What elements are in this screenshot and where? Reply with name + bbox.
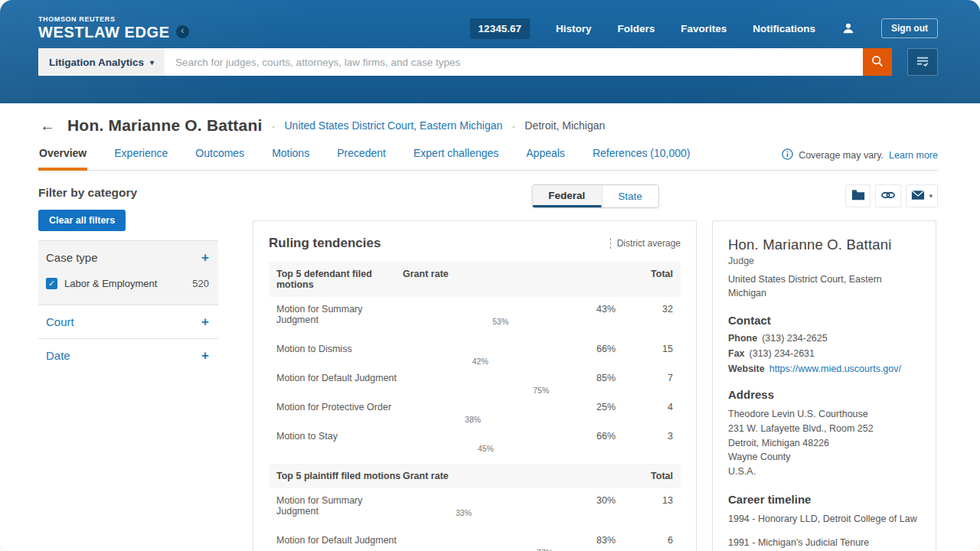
tab-experience[interactable]: Experience <box>113 139 168 171</box>
col-motions-header: Top 5 defendant filed motions <box>276 269 403 290</box>
user-account-icon[interactable] <box>841 21 855 35</box>
tab-outcomes[interactable]: Outcomes <box>194 139 245 171</box>
nav-folders[interactable]: Folders <box>617 23 655 34</box>
tab-motions[interactable]: Motions <box>271 139 310 171</box>
top-nav: 12345.67 History Folders Favorites Notif… <box>470 18 938 39</box>
toggle-federal[interactable]: Federal <box>532 185 601 207</box>
search-button[interactable] <box>863 48 892 76</box>
dashed-line-icon <box>610 238 611 249</box>
client-id[interactable]: 12345.67 <box>470 18 530 39</box>
case-type-header[interactable]: Case type + <box>46 251 209 264</box>
nav-favorites[interactable]: Favorites <box>681 23 727 34</box>
judge-location: Detroit, Michigan <box>524 119 605 132</box>
toggle-state[interactable]: State <box>601 185 658 207</box>
table-row: Motion for Default Judgment 75% 85% 7 <box>269 366 681 395</box>
tab-expert-challenges[interactable]: Expert challenges <box>413 139 499 171</box>
sign-out-button[interactable]: Sign out <box>881 18 938 38</box>
career-timeline-heading: Career timeline <box>728 493 920 506</box>
address-line: Wayne County <box>728 450 920 465</box>
district-average-value: 45% <box>478 444 494 453</box>
ruling-tendencies-card: Ruling tendencies District average Top 5… <box>253 220 697 551</box>
motion-label: Motion for Default Judgment <box>276 371 403 383</box>
address-heading: Address <box>728 388 920 401</box>
main-content: Federal State <box>218 171 980 551</box>
results-list-button[interactable] <box>907 48 938 76</box>
list-check-icon <box>916 55 929 70</box>
grant-rate-value: 30% <box>596 494 635 506</box>
tab-precedent[interactable]: Precedent <box>336 139 387 171</box>
expand-plus-icon[interactable]: + <box>201 349 209 362</box>
court-header[interactable]: Court + <box>46 315 209 328</box>
save-to-folder-button[interactable] <box>845 184 871 207</box>
table-row: Motion to Stay 45% 66% 3 <box>269 424 681 453</box>
expand-plus-icon[interactable]: + <box>201 315 209 328</box>
motion-label: Motion to Dismiss <box>276 342 403 354</box>
phone-label: Phone <box>728 333 757 344</box>
date-header[interactable]: Date + <box>46 349 209 362</box>
career-entry: 1994 - Honorary LLD, Detroit College of … <box>728 512 920 526</box>
total-value: 4 <box>641 400 673 412</box>
table-header: Top 5 defendant filed motions Grant rate… <box>269 262 681 297</box>
app-header: THOMSON REUTERS WESTLAW EDGE ‹ 12345.67 … <box>0 0 980 103</box>
search-bar: Litigation Analytics ▾ <box>38 48 938 76</box>
brand-collapse-icon[interactable]: ‹ <box>176 25 189 38</box>
copy-link-button[interactable] <box>875 184 901 207</box>
fax-value: (313) 234-2631 <box>750 348 815 359</box>
motion-label: Motion for Summary Judgment <box>276 494 403 517</box>
fax-line: Fax(313) 234-2631 <box>728 348 920 359</box>
clear-all-filters-button[interactable]: Clear all filters <box>38 210 126 231</box>
career-entry: 1991 - Michigan's Judicial Tenure Commis… <box>728 536 920 551</box>
grant-rate-value: 66% <box>596 429 635 442</box>
dot-separator: · <box>510 119 517 132</box>
district-average-value: 38% <box>465 415 481 424</box>
tab-overview[interactable]: Overview <box>38 139 87 171</box>
document-toolbar: ▾ <box>845 184 938 207</box>
app-window: THOMSON REUTERS WESTLAW EDGE ‹ 12345.67 … <box>0 0 980 551</box>
search-input[interactable] <box>165 48 863 76</box>
address-line: 231 W. Lafayette Blvd., Room 252 <box>728 422 920 436</box>
website-label: Website <box>728 364 765 374</box>
phone-line: Phone(313) 234-2625 <box>728 333 920 344</box>
jurisdiction-toggle: Federal State <box>531 184 659 208</box>
tab-references[interactable]: References (10,000) <box>592 139 691 171</box>
filter-item-count: 520 <box>192 278 209 289</box>
grant-rate-value: 85% <box>596 371 635 383</box>
search-icon <box>871 54 884 70</box>
link-icon <box>880 190 896 203</box>
phone-value: (313) 234-2625 <box>762 333 827 344</box>
total-value: 32 <box>641 302 673 315</box>
checkbox-checked-icon[interactable]: ✓ <box>46 278 57 289</box>
district-average-legend: District average <box>610 238 681 249</box>
expand-plus-icon[interactable]: + <box>201 251 209 264</box>
website-link[interactable]: https://www.mied.uscourts.gov/ <box>769 364 901 374</box>
tab-appeals[interactable]: Appeals <box>525 139 566 171</box>
court-link[interactable]: United States District Court, Eastern Mi… <box>285 119 503 132</box>
table-header: Top 5 plaintiff filed motions Grant rate… <box>269 464 681 488</box>
chevron-down-icon: ▾ <box>929 192 933 200</box>
col-total-header: Total <box>641 471 673 481</box>
nav-notifications[interactable]: Notifications <box>753 23 815 34</box>
grant-rate-value: 66% <box>596 342 635 354</box>
fax-label: Fax <box>728 348 745 359</box>
search-category-dropdown[interactable]: Litigation Analytics ▾ <box>38 48 165 76</box>
nav-history[interactable]: History <box>556 23 592 34</box>
learn-more-link[interactable]: Learn more <box>889 150 938 161</box>
mail-icon <box>911 190 925 203</box>
coverage-note: Coverage may vary. Learn more <box>782 148 938 170</box>
col-spacer <box>596 269 635 290</box>
profile-tabs: Overview Experience Outcomes Motions Pre… <box>38 139 938 171</box>
grant-rate-value: 25% <box>596 400 635 412</box>
address-line: U.S.A. <box>728 465 920 479</box>
profile-role: Judge <box>728 256 920 266</box>
chevron-down-icon: ▾ <box>150 58 154 67</box>
address-line: Detroit, Michigan 48226 <box>728 436 920 451</box>
filter-group-court: Court + <box>38 305 218 338</box>
table-row: Motion to Dismiss 42% 66% 15 <box>269 337 681 366</box>
coverage-text: Coverage may vary. <box>799 150 884 161</box>
email-button[interactable]: ▾ <box>906 184 938 207</box>
filter-item-labor-employment[interactable]: ✓ Labor & Employment 520 <box>46 278 209 289</box>
filter-heading: Filter by category <box>38 186 218 200</box>
back-arrow-icon[interactable]: ← <box>38 118 57 133</box>
motion-label: Motion to Stay <box>276 429 403 442</box>
ruling-tendencies-title: Ruling tendencies <box>269 236 381 251</box>
